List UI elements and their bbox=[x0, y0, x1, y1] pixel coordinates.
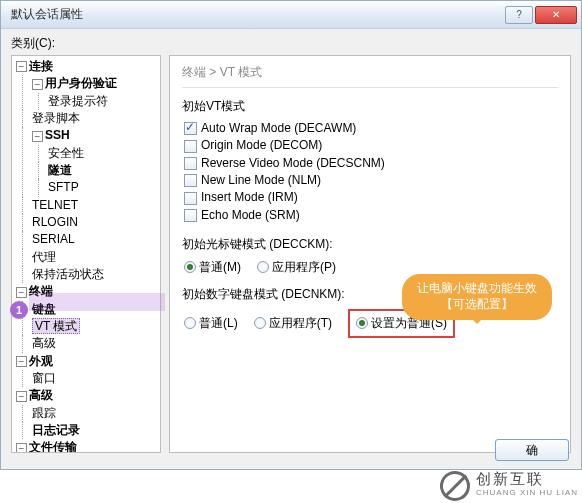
category-label: 类别(C): bbox=[11, 35, 571, 52]
tree-appearance[interactable]: 外观 bbox=[29, 354, 53, 368]
radio-keypad-app[interactable] bbox=[254, 317, 266, 329]
label-newline: New Line Mode (NLM) bbox=[201, 173, 321, 187]
expand-icon[interactable]: − bbox=[16, 287, 27, 298]
tree-sftp[interactable]: SFTP bbox=[48, 181, 79, 195]
tree-advanced[interactable]: 高级 bbox=[32, 337, 56, 351]
expand-icon[interactable]: − bbox=[16, 61, 27, 72]
tree-trace[interactable]: 跟踪 bbox=[32, 406, 56, 420]
close-button[interactable]: ✕ bbox=[535, 6, 577, 24]
section-initial-vt: 初始VT模式 bbox=[182, 98, 558, 115]
radio-cursor-normal[interactable] bbox=[184, 261, 196, 273]
tree-keepalive[interactable]: 保持活动状态 bbox=[32, 267, 104, 281]
label-origin: Origin Mode (DECOM) bbox=[201, 138, 322, 152]
tree-security[interactable]: 安全性 bbox=[48, 146, 84, 160]
expand-icon[interactable]: − bbox=[32, 79, 43, 90]
label-insert: Insert Mode (IRM) bbox=[201, 190, 298, 204]
expand-icon[interactable]: − bbox=[32, 131, 43, 142]
tree-tunnel[interactable]: 隧道 bbox=[48, 163, 72, 177]
radio-keypad-setnormal[interactable] bbox=[356, 317, 368, 329]
tree-login-script[interactable]: 登录脚本 bbox=[32, 111, 80, 125]
dialog-body: 类别(C): −连接 −用户身份验证 登录提示符 登录脚本 −SSH 安全性 隧… bbox=[1, 29, 581, 469]
tree-proxy[interactable]: 代理 bbox=[32, 250, 56, 264]
dialog-window: 默认会话属性 ? ✕ 类别(C): −连接 −用户身份验证 登录提示符 登录脚本… bbox=[0, 0, 582, 470]
tree-user-auth[interactable]: 用户身份验证 bbox=[45, 77, 117, 91]
tree-window[interactable]: 窗口 bbox=[32, 371, 56, 385]
window-title: 默认会话属性 bbox=[5, 6, 503, 23]
expand-icon[interactable]: − bbox=[16, 443, 27, 453]
content-panel: 终端 > VT 模式 初始VT模式 Auto Wrap Mode (DECAWM… bbox=[169, 55, 571, 453]
help-button[interactable]: ? bbox=[505, 6, 533, 24]
category-tree[interactable]: −连接 −用户身份验证 登录提示符 登录脚本 −SSH 安全性 隧道 SFTP bbox=[11, 55, 161, 453]
checkbox-origin[interactable] bbox=[184, 140, 197, 153]
tree-telnet[interactable]: TELNET bbox=[32, 198, 78, 212]
label-keypad-app: 应用程序(T) bbox=[269, 315, 332, 332]
checkbox-echo[interactable] bbox=[184, 209, 197, 222]
titlebar[interactable]: 默认会话属性 ? ✕ bbox=[1, 1, 581, 29]
expand-icon[interactable]: − bbox=[16, 391, 27, 402]
tree-keyboard[interactable]: 键盘 bbox=[32, 302, 56, 316]
radio-keypad-normal[interactable] bbox=[184, 317, 196, 329]
callout-line2: 【可选配置】 bbox=[406, 296, 548, 312]
tree-rlogin[interactable]: RLOGIN bbox=[32, 215, 78, 229]
callout-line1: 让电脑小键盘功能生效 bbox=[406, 280, 548, 296]
tree-file-transfer[interactable]: 文件传输 bbox=[29, 441, 77, 453]
tree-connection[interactable]: 连接 bbox=[29, 59, 53, 73]
tree-login-prompt[interactable]: 登录提示符 bbox=[48, 94, 108, 108]
section-cursor-mode: 初始光标键模式 (DECCKM): bbox=[182, 236, 558, 253]
watermark-cn: 创新互联 bbox=[476, 472, 578, 486]
watermark-logo-icon bbox=[436, 467, 474, 503]
expand-icon[interactable]: − bbox=[16, 356, 27, 367]
tree-ssh[interactable]: SSH bbox=[45, 129, 70, 143]
callout-bubble: 让电脑小键盘功能生效 【可选配置】 bbox=[402, 274, 552, 320]
checkbox-autowrap[interactable] bbox=[184, 122, 197, 135]
label-autowrap: Auto Wrap Mode (DECAWM) bbox=[201, 121, 356, 135]
tree-logging[interactable]: 日志记录 bbox=[32, 423, 80, 437]
radio-cursor-app[interactable] bbox=[257, 261, 269, 273]
tree-serial[interactable]: SERIAL bbox=[32, 233, 75, 247]
checkbox-newline[interactable] bbox=[184, 174, 197, 187]
tree-vt-mode[interactable]: VT 模式 bbox=[32, 318, 80, 334]
breadcrumb: 终端 > VT 模式 bbox=[182, 64, 558, 88]
tree-terminal[interactable]: 终端 bbox=[29, 285, 53, 299]
label-cursor-normal: 普通(M) bbox=[199, 259, 241, 276]
label-reverse: Reverse Video Mode (DECSCNM) bbox=[201, 156, 385, 170]
watermark-en: CHUANG XIN HU LIAN bbox=[476, 486, 578, 500]
tree-advanced-root[interactable]: 高级 bbox=[29, 389, 53, 403]
checkbox-insert[interactable] bbox=[184, 192, 197, 205]
label-cursor-app: 应用程序(P) bbox=[272, 259, 336, 276]
checkbox-reverse[interactable] bbox=[184, 157, 197, 170]
label-keypad-normal: 普通(L) bbox=[199, 315, 238, 332]
watermark: 创新互联 CHUANG XIN HU LIAN bbox=[440, 471, 578, 501]
ok-button[interactable]: 确 bbox=[495, 439, 569, 461]
annotation-badge-1: 1 bbox=[10, 301, 28, 319]
label-echo: Echo Mode (SRM) bbox=[201, 208, 300, 222]
